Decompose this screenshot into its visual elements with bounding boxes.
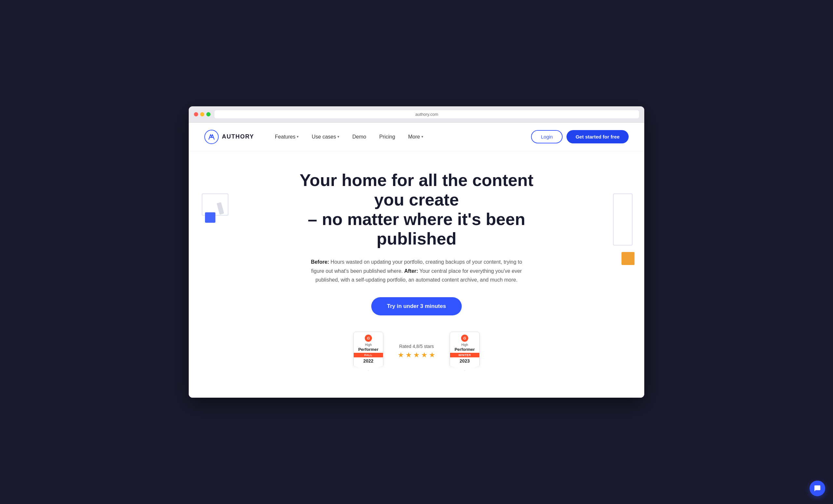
nav-pricing[interactable]: Pricing: [374, 131, 400, 143]
g2-logo-winter: G: [461, 334, 468, 342]
subtitle-after-label: After:: [404, 268, 418, 274]
features-chevron-icon: ▾: [297, 135, 299, 139]
badge-performer-fall: Performer: [357, 347, 380, 352]
logo-text: AUTHORY: [222, 133, 254, 140]
star-rating: ★ ★ ★ ★ ★: [398, 351, 435, 359]
badge-performer-winter: Performer: [453, 347, 476, 352]
try-button[interactable]: Try in under 3 minutes: [371, 297, 461, 316]
badges-row: G High Performer FALL 2022 Rated 4,8/5 s…: [204, 332, 629, 385]
navigation: AUTHORY Features ▾ Use cases ▾ Demo Pric…: [189, 123, 644, 151]
rating-block: Rated 4,8/5 stars ★ ★ ★ ★ ★: [398, 344, 435, 359]
star-3: ★: [413, 351, 420, 359]
badge-year-winter: 2023: [453, 358, 476, 363]
headline-line1: Your home for all the content you create: [300, 171, 533, 209]
nav-demo[interactable]: Demo: [347, 131, 372, 143]
traffic-lights: [194, 112, 211, 117]
logo-icon: [204, 130, 219, 144]
rating-label: Rated 4,8/5 stars: [398, 344, 435, 349]
star-1: ★: [398, 351, 404, 359]
star-5: ★: [429, 351, 435, 359]
badge-season-fall: FALL: [354, 353, 383, 357]
hero-headline: Your home for all the content you create…: [283, 171, 550, 248]
more-chevron-icon: ▾: [421, 135, 423, 139]
nav-features-label: Features: [275, 134, 295, 140]
badge-season-winter: WINTER: [450, 353, 479, 357]
login-button[interactable]: Login: [531, 130, 563, 143]
badge-shape-winter: G High Performer WINTER 2023: [450, 332, 480, 366]
decorative-right: [621, 252, 635, 265]
nav-actions: Login Get started for free: [531, 130, 629, 143]
nav-use-cases[interactable]: Use cases ▾: [307, 131, 344, 143]
badge-high-fall: High: [357, 343, 380, 347]
nav-more[interactable]: More ▾: [403, 131, 428, 143]
close-button[interactable]: [194, 112, 198, 117]
nav-links: Features ▾ Use cases ▾ Demo Pricing More…: [270, 131, 531, 143]
maximize-button[interactable]: [206, 112, 211, 117]
subtitle-before-label: Before:: [311, 259, 329, 265]
star-2: ★: [405, 351, 412, 359]
badge-year-fall: 2022: [357, 358, 380, 363]
star-4: ★: [421, 351, 428, 359]
nav-pricing-label: Pricing: [379, 134, 395, 140]
hero-subtitle: Before: Hours wasted on updating your po…: [306, 257, 527, 284]
g2-badge-fall-2022: G High Performer FALL 2022: [352, 332, 385, 372]
badge-high-winter: High: [453, 343, 476, 347]
headline-line2: – no matter where it's been published: [308, 210, 525, 248]
nav-features[interactable]: Features ▾: [270, 131, 304, 143]
page-content: AUTHORY Features ▾ Use cases ▾ Demo Pric…: [189, 123, 644, 398]
deco-blue-rect: [205, 212, 215, 223]
g2-badge-winter-2023: G High Performer WINTER 2023: [448, 332, 481, 372]
hero-section: Your home for all the content you create…: [189, 151, 644, 398]
nav-use-cases-label: Use cases: [312, 134, 336, 140]
deco-right-outline: [613, 194, 633, 246]
address-bar[interactable]: authory.com: [214, 110, 639, 118]
badge-shape-fall: G High Performer FALL 2022: [353, 332, 383, 366]
deco-orange-rect: [621, 252, 635, 265]
nav-demo-label: Demo: [352, 134, 366, 140]
decorative-left: [202, 194, 231, 220]
use-cases-chevron-icon: ▾: [337, 135, 339, 139]
get-started-button[interactable]: Get started for free: [567, 130, 629, 143]
browser-chrome: authory.com: [189, 106, 644, 123]
logo[interactable]: AUTHORY: [204, 130, 254, 144]
minimize-button[interactable]: [200, 112, 204, 117]
g2-logo-fall: G: [365, 334, 372, 342]
nav-more-label: More: [408, 134, 420, 140]
